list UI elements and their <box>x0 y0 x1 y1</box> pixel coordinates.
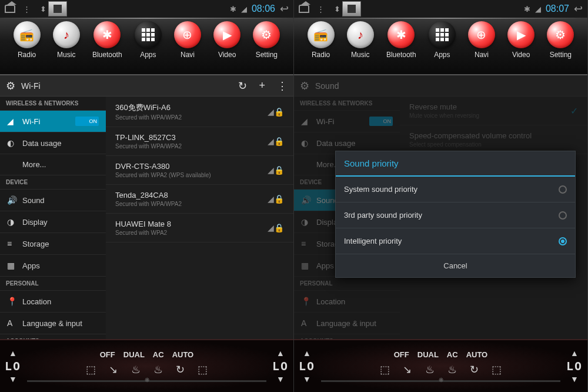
sidebar-item-wifi[interactable]: ◢Wi-FiON <box>0 111 106 132</box>
wifi-network-item[interactable]: 360免费WiFi-A6Secured with WPA/WPA2◢🔒 <box>106 97 293 127</box>
dialog-option-system[interactable]: System sound priority <box>336 177 575 202</box>
recent-apps-button[interactable] <box>48 1 67 16</box>
temp-right-up[interactable]: ▲ <box>570 348 579 358</box>
video-app-button[interactable]: ▶Video <box>507 21 534 59</box>
sidebar-item-location[interactable]: 📍Location <box>294 291 400 313</box>
bluetooth-app-button[interactable]: ✱Bluetooth <box>386 21 416 59</box>
sidebar-item-location[interactable]: 📍Location <box>0 291 106 313</box>
navi-app-button[interactable]: ⊕Navi <box>174 21 201 59</box>
sidebar-item-apps[interactable]: ▦Apps <box>0 255 106 277</box>
section-device: DEVICE <box>0 175 106 190</box>
sound-priority-dialog: Sound priority System sound priority 3rd… <box>335 151 576 278</box>
seat-heat-left-icon[interactable]: ♨ <box>128 363 144 377</box>
fan-speed-slider[interactable] <box>27 380 266 382</box>
sound-icon: 🔊 <box>7 195 16 205</box>
storage-icon: ≡ <box>7 239 16 248</box>
seat-heat-right-icon[interactable]: ♨ <box>444 363 460 377</box>
sidebar-item-wifi[interactable]: ◢Wi-FiON <box>294 111 400 132</box>
climate-auto-button[interactable]: AUTO <box>466 350 488 359</box>
music-app-button[interactable]: ♪Music <box>347 21 374 59</box>
climate-auto-button[interactable]: AUTO <box>172 350 194 359</box>
add-network-icon[interactable]: + <box>259 79 265 92</box>
defrost-rear-icon[interactable]: ⬚ <box>489 363 505 377</box>
display-icon: ◑ <box>7 217 16 227</box>
sidebar-item-display[interactable]: ◑Display <box>0 211 106 233</box>
sidebar-item-more[interactable]: More... <box>0 154 106 175</box>
climate-dual-button[interactable]: DUAL <box>417 350 439 359</box>
sidebar-item-sound[interactable]: 🔊Sound <box>0 190 106 211</box>
overflow-icon[interactable]: ⋮ <box>277 79 288 92</box>
video-app-button[interactable]: ▶Video <box>213 21 240 59</box>
airflow-feet-icon[interactable]: ↘ <box>399 363 416 377</box>
section-accounts: ACCOUNTS <box>0 334 106 339</box>
screen-sound: ⋮ ⬍ ✱ ◢ 08:07 ↩ 📻Radio ♪Music ✱Bluetooth… <box>294 0 588 392</box>
sidebar-item-language[interactable]: ALanguage & input <box>294 313 400 334</box>
defrost-front-icon[interactable]: ⬚ <box>377 363 393 377</box>
recirculate-icon[interactable]: ↻ <box>172 363 189 377</box>
seat-heat-right-icon[interactable]: ♨ <box>150 363 166 377</box>
sidebar-item-data-usage[interactable]: ◐Data usage <box>0 132 106 154</box>
climate-dual-button[interactable]: DUAL <box>123 350 145 359</box>
setting-app-button[interactable]: ⚙Setting <box>253 21 280 59</box>
apps-icon: ▦ <box>7 261 16 270</box>
temp-left-up[interactable]: ▲ <box>303 348 311 358</box>
back-icon[interactable]: ↩ <box>574 2 583 15</box>
reverse-mute-item[interactable]: Reverse muteMute voice when reversing✓ <box>400 97 587 125</box>
apps-app-button[interactable]: Apps <box>429 21 456 59</box>
radio-selected-icon <box>559 237 567 245</box>
temp-right-down[interactable]: ▼ <box>570 374 579 384</box>
home-icon[interactable] <box>5 4 15 14</box>
navi-app-button[interactable]: ⊕Navi <box>468 21 495 59</box>
music-app-button[interactable]: ♪Music <box>53 21 80 59</box>
temp-left-down[interactable]: ▼ <box>9 374 17 384</box>
dialog-option-3rdparty[interactable]: 3rd party sound priority <box>336 202 575 228</box>
radio-app-button[interactable]: 📻Radio <box>308 21 335 59</box>
recirculate-icon[interactable]: ↻ <box>466 363 483 377</box>
setting-app-button[interactable]: ⚙Setting <box>547 21 574 59</box>
temp-right-up[interactable]: ▲ <box>276 348 285 358</box>
seat-heat-left-icon[interactable]: ♨ <box>422 363 438 377</box>
back-icon[interactable]: ↩ <box>280 2 289 15</box>
menu-icon[interactable]: ⋮ <box>21 4 32 14</box>
wifi-network-item[interactable]: DVR-CTS-A380Secured with WPA2 (WPS avail… <box>106 156 293 185</box>
climate-ac-button[interactable]: AC <box>447 350 458 359</box>
temp-left-up[interactable]: ▲ <box>9 348 17 358</box>
wifi-network-item[interactable]: TP-LINK_8527C3Secured with WPA/WPA2◢🔒 <box>106 127 293 156</box>
sidebar-item-storage[interactable]: ≡Storage <box>0 233 106 255</box>
refresh-icon[interactable]: ↻ <box>238 79 247 92</box>
wifi-network-item[interactable]: HUAWEI Mate 8Secured with WPA2◢🔒 <box>106 214 293 242</box>
defrost-front-icon[interactable]: ⬚ <box>83 363 99 377</box>
climate-off-button[interactable]: OFF <box>100 350 115 359</box>
wifi-icon: ◢ <box>7 117 16 126</box>
radio-app-button[interactable]: 📻Radio <box>14 21 41 59</box>
recent-apps-button[interactable] <box>342 1 361 16</box>
sidebar-item-language[interactable]: ALanguage & input <box>0 313 106 334</box>
bluetooth-app-button[interactable]: ✱Bluetooth <box>92 21 122 59</box>
climate-ac-button[interactable]: AC <box>153 350 164 359</box>
fan-speed-slider[interactable] <box>321 380 560 382</box>
clock: 08:07 <box>546 4 569 14</box>
data-icon: ◐ <box>7 138 16 148</box>
dialog-option-intelligent[interactable]: Intelligent priority <box>336 228 575 254</box>
radio-icon <box>559 185 567 194</box>
apps-app-button[interactable]: Apps <box>135 21 162 59</box>
defrost-rear-icon[interactable]: ⬚ <box>195 363 211 377</box>
wifi-toggle[interactable]: ON <box>75 117 99 126</box>
signal-lock-icon: ◢🔒 <box>268 223 284 232</box>
usb-icon: ⬍ <box>38 4 48 14</box>
climate-control-bar: ▲ LO ▼ OFF DUAL AC AUTO ⬚ ↘ ♨ ♨ ↻ ⬚ ▲ LO <box>0 339 293 392</box>
bluetooth-icon: ✱ <box>230 5 236 14</box>
signal-lock-icon: ◢🔒 <box>268 165 284 175</box>
signal-lock-icon: ◢🔒 <box>268 137 284 146</box>
airflow-feet-icon[interactable]: ↘ <box>105 363 122 377</box>
menu-icon[interactable]: ⋮ <box>315 4 326 14</box>
temp-right-down[interactable]: ▼ <box>276 374 285 384</box>
section-wireless: WIRELESS & NETWORKS <box>0 97 106 111</box>
gear-icon: ⚙ <box>300 79 309 92</box>
temp-left-down[interactable]: ▼ <box>303 374 311 384</box>
climate-off-button[interactable]: OFF <box>394 350 409 359</box>
dialog-cancel-button[interactable]: Cancel <box>336 254 575 277</box>
speed-volume-item[interactable]: Speed-compensated volume controlSelect s… <box>400 125 587 154</box>
wifi-network-item[interactable]: Tenda_284CA8Secured with WPA/WPA2◢🔒 <box>106 185 293 214</box>
home-icon[interactable] <box>299 4 309 14</box>
